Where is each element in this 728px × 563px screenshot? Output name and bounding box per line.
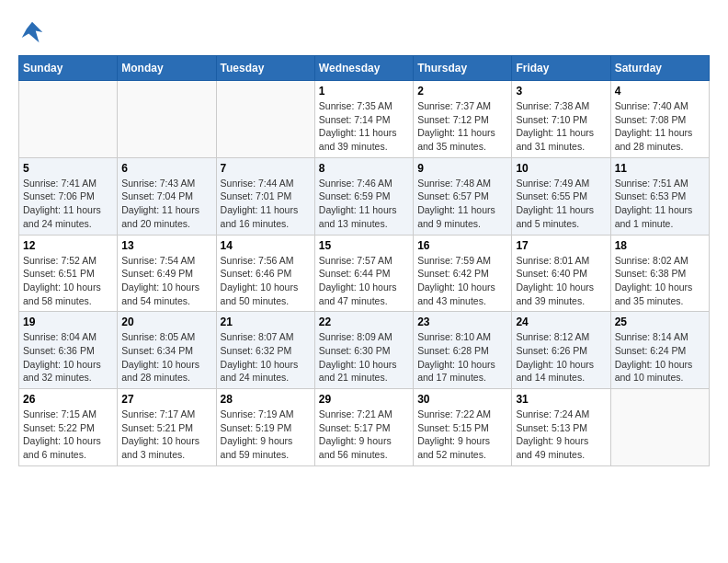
calendar-cell: 10Sunrise: 7:49 AM Sunset: 6:55 PM Dayli… [512,157,610,235]
day-info: Sunrise: 7:54 AM Sunset: 6:49 PM Dayligh… [121,254,211,308]
calendar-cell: 3Sunrise: 7:38 AM Sunset: 7:10 PM Daylig… [512,81,610,158]
day-info: Sunrise: 7:22 AM Sunset: 5:15 PM Dayligh… [417,408,507,462]
calendar-table: SundayMondayTuesdayWednesdayThursdayFrid… [18,55,710,466]
calendar-header-row: SundayMondayTuesdayWednesdayThursdayFrid… [19,56,710,81]
calendar-cell [610,389,709,466]
calendar-cell: 8Sunrise: 7:46 AM Sunset: 6:59 PM Daylig… [314,157,413,235]
calendar-cell: 26Sunrise: 7:15 AM Sunset: 5:22 PM Dayli… [19,389,118,466]
calendar-cell [118,81,216,158]
day-number: 17 [516,239,606,252]
calendar-cell: 15Sunrise: 7:57 AM Sunset: 6:44 PM Dayli… [314,235,413,312]
day-info: Sunrise: 7:17 AM Sunset: 5:21 PM Dayligh… [121,408,211,462]
day-info: Sunrise: 8:04 AM Sunset: 6:36 PM Dayligh… [23,330,113,385]
calendar-cell [216,81,314,158]
calendar-cell: 24Sunrise: 8:12 AM Sunset: 6:26 PM Dayli… [512,312,610,389]
calendar-week-row: 12Sunrise: 7:52 AM Sunset: 6:51 PM Dayli… [19,235,710,312]
day-number: 1 [319,85,409,98]
day-number: 30 [417,393,507,406]
day-number: 12 [23,239,113,252]
calendar-cell: 28Sunrise: 7:19 AM Sunset: 5:19 PM Dayli… [216,389,314,466]
calendar-cell: 6Sunrise: 7:43 AM Sunset: 7:04 PM Daylig… [118,157,216,235]
day-number: 20 [121,316,211,328]
day-header-monday: Monday [118,56,216,81]
calendar-cell: 19Sunrise: 8:04 AM Sunset: 6:36 PM Dayli… [19,312,118,389]
day-header-friday: Friday [512,56,610,81]
calendar-cell: 17Sunrise: 8:01 AM Sunset: 6:40 PM Dayli… [512,235,610,312]
day-number: 15 [319,239,409,252]
day-info: Sunrise: 8:10 AM Sunset: 6:28 PM Dayligh… [417,330,507,385]
calendar-cell: 23Sunrise: 8:10 AM Sunset: 6:28 PM Dayli… [414,312,512,389]
day-header-sunday: Sunday [19,56,118,81]
calendar-cell: 20Sunrise: 8:05 AM Sunset: 6:34 PM Dayli… [118,312,216,389]
day-info: Sunrise: 8:05 AM Sunset: 6:34 PM Dayligh… [121,330,211,385]
day-number: 28 [221,393,311,406]
page-header [18,18,710,46]
day-info: Sunrise: 8:07 AM Sunset: 6:32 PM Dayligh… [221,330,311,385]
day-number: 13 [121,239,211,252]
day-info: Sunrise: 7:21 AM Sunset: 5:17 PM Dayligh… [319,408,409,462]
calendar-cell: 12Sunrise: 7:52 AM Sunset: 6:51 PM Dayli… [19,235,118,312]
day-number: 10 [516,162,606,175]
day-info: Sunrise: 7:46 AM Sunset: 6:59 PM Dayligh… [319,177,409,231]
day-info: Sunrise: 7:15 AM Sunset: 5:22 PM Dayligh… [23,408,113,462]
day-number: 23 [417,316,507,328]
calendar-week-row: 19Sunrise: 8:04 AM Sunset: 6:36 PM Dayli… [19,312,710,389]
day-info: Sunrise: 7:43 AM Sunset: 7:04 PM Dayligh… [121,177,211,231]
day-number: 18 [615,239,705,252]
day-number: 5 [23,162,113,175]
calendar-cell: 18Sunrise: 8:02 AM Sunset: 6:38 PM Dayli… [610,235,709,312]
day-info: Sunrise: 7:48 AM Sunset: 6:57 PM Dayligh… [417,177,507,231]
day-number: 29 [319,393,409,406]
calendar-cell: 1Sunrise: 7:35 AM Sunset: 7:14 PM Daylig… [314,81,413,158]
day-number: 25 [615,316,705,328]
day-number: 16 [417,239,507,252]
calendar-cell: 5Sunrise: 7:41 AM Sunset: 7:06 PM Daylig… [19,157,118,235]
day-number: 14 [221,239,311,252]
calendar-week-row: 1Sunrise: 7:35 AM Sunset: 7:14 PM Daylig… [19,81,710,158]
calendar-cell: 30Sunrise: 7:22 AM Sunset: 5:15 PM Dayli… [414,389,512,466]
day-number: 8 [319,162,409,175]
day-number: 31 [516,393,606,406]
calendar-week-row: 26Sunrise: 7:15 AM Sunset: 5:22 PM Dayli… [19,389,710,466]
day-info: Sunrise: 7:38 AM Sunset: 7:10 PM Dayligh… [516,99,606,154]
day-number: 2 [417,85,507,98]
day-info: Sunrise: 7:49 AM Sunset: 6:55 PM Dayligh… [516,177,606,231]
day-info: Sunrise: 8:09 AM Sunset: 6:30 PM Dayligh… [319,330,409,385]
day-number: 21 [221,316,311,328]
day-number: 6 [121,162,211,175]
day-info: Sunrise: 8:01 AM Sunset: 6:40 PM Dayligh… [516,254,606,308]
day-info: Sunrise: 7:41 AM Sunset: 7:06 PM Dayligh… [23,177,113,231]
day-number: 19 [23,316,113,328]
day-info: Sunrise: 7:35 AM Sunset: 7:14 PM Dayligh… [319,99,409,154]
day-info: Sunrise: 7:44 AM Sunset: 7:01 PM Dayligh… [221,177,311,231]
calendar-cell [19,81,118,158]
day-number: 26 [23,393,113,406]
calendar-cell: 11Sunrise: 7:51 AM Sunset: 6:53 PM Dayli… [610,157,709,235]
day-info: Sunrise: 7:24 AM Sunset: 5:13 PM Dayligh… [516,408,606,462]
calendar-cell: 31Sunrise: 7:24 AM Sunset: 5:13 PM Dayli… [512,389,610,466]
day-header-thursday: Thursday [414,56,512,81]
day-info: Sunrise: 7:56 AM Sunset: 6:46 PM Dayligh… [221,254,311,308]
calendar-cell: 22Sunrise: 8:09 AM Sunset: 6:30 PM Dayli… [314,312,413,389]
day-info: Sunrise: 7:19 AM Sunset: 5:19 PM Dayligh… [221,408,311,462]
day-header-wednesday: Wednesday [314,56,413,81]
logo [18,18,50,46]
day-info: Sunrise: 7:57 AM Sunset: 6:44 PM Dayligh… [319,254,409,308]
calendar-cell: 29Sunrise: 7:21 AM Sunset: 5:17 PM Dayli… [314,389,413,466]
calendar-cell: 2Sunrise: 7:37 AM Sunset: 7:12 PM Daylig… [414,81,512,158]
day-number: 4 [615,85,705,98]
day-info: Sunrise: 8:12 AM Sunset: 6:26 PM Dayligh… [516,330,606,385]
day-number: 24 [516,316,606,328]
day-info: Sunrise: 7:40 AM Sunset: 7:08 PM Dayligh… [615,99,705,154]
day-info: Sunrise: 7:59 AM Sunset: 6:42 PM Dayligh… [417,254,507,308]
day-info: Sunrise: 7:37 AM Sunset: 7:12 PM Dayligh… [417,99,507,154]
calendar-cell: 13Sunrise: 7:54 AM Sunset: 6:49 PM Dayli… [118,235,216,312]
day-number: 3 [516,85,606,98]
calendar-cell: 21Sunrise: 8:07 AM Sunset: 6:32 PM Dayli… [216,312,314,389]
day-info: Sunrise: 8:02 AM Sunset: 6:38 PM Dayligh… [615,254,705,308]
calendar-cell: 14Sunrise: 7:56 AM Sunset: 6:46 PM Dayli… [216,235,314,312]
day-number: 9 [417,162,507,175]
day-number: 22 [319,316,409,328]
calendar-cell: 25Sunrise: 8:14 AM Sunset: 6:24 PM Dayli… [610,312,709,389]
logo-icon [18,18,46,46]
